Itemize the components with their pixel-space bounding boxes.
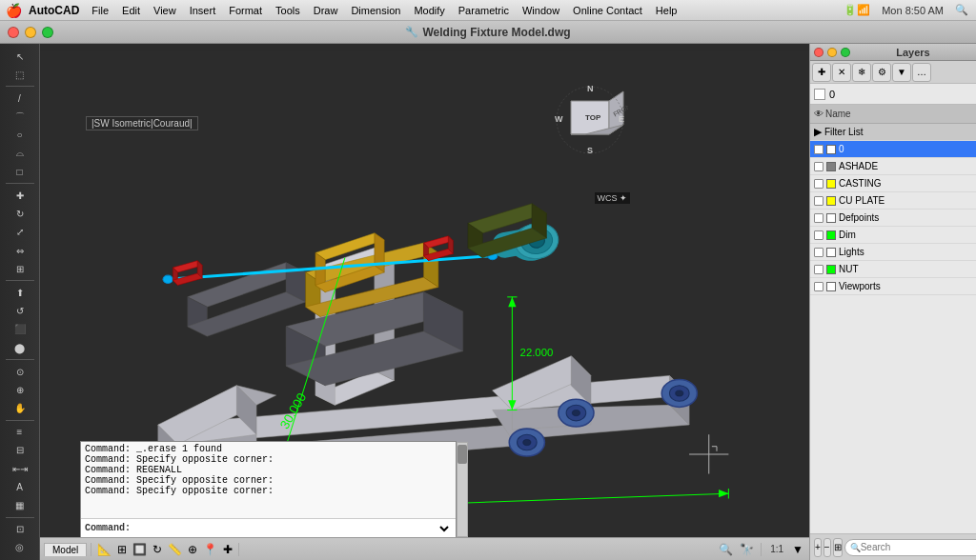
- lt-arc-tool[interactable]: ⌓: [4, 145, 36, 162]
- menu-help[interactable]: Help: [649, 3, 684, 18]
- menu-window[interactable]: Window: [516, 3, 566, 18]
- layer-casting-vis[interactable]: [814, 179, 824, 189]
- layer-nut-color[interactable]: [826, 265, 836, 274]
- lt-zoom-tool[interactable]: ⊕: [4, 381, 36, 398]
- lt-text-tool[interactable]: A: [4, 478, 36, 495]
- lt-rotate-tool[interactable]: ↻: [4, 206, 36, 223]
- spotlight-icon[interactable]: 🔍: [951, 4, 972, 16]
- lt-extrude-tool[interactable]: ⬆: [4, 284, 36, 301]
- sb-icon-8[interactable]: ✚: [221, 543, 234, 556]
- close-button[interactable]: [8, 27, 19, 38]
- command-scrollbar[interactable]: [457, 442, 468, 537]
- lt-cursor-tool[interactable]: ↖: [4, 48, 36, 65]
- menu-parametric[interactable]: Parametric: [452, 3, 516, 18]
- viewport[interactable]: |SW Isometric|Couraud|: [40, 44, 809, 560]
- model-tab[interactable]: Model: [44, 543, 87, 556]
- menu-draw[interactable]: Draw: [307, 3, 345, 18]
- lt-orbit-tool[interactable]: ⊙: [4, 363, 36, 380]
- layer-casting-color[interactable]: [826, 179, 836, 189]
- menu-dimension[interactable]: Dimension: [344, 3, 407, 18]
- layers-minimize[interactable]: [827, 48, 837, 57]
- lt-hatch-tool[interactable]: ▦: [4, 497, 36, 514]
- scrollbar-thumb[interactable]: [458, 445, 467, 464]
- layer-settings-btn[interactable]: ⚙: [872, 63, 891, 82]
- layer-row-0[interactable]: 0: [810, 141, 976, 158]
- layers-maximize[interactable]: [841, 48, 850, 57]
- layer-0-vis[interactable]: [814, 145, 824, 154]
- lt-line-tool[interactable]: /: [4, 90, 36, 107]
- command-history-dropdown[interactable]: ▼: [437, 521, 452, 536]
- sb-icon-2[interactable]: ⊞: [115, 543, 129, 556]
- layers-search[interactable]: [844, 539, 976, 556]
- layer-cuplate-color[interactable]: [826, 196, 836, 206]
- layer-row-dim[interactable]: Dim: [810, 227, 976, 244]
- menu-online-contact[interactable]: Online Contact: [566, 3, 649, 18]
- lt-properties-tool[interactable]: ⊟: [4, 442, 36, 459]
- lt-snap-tool[interactable]: ⊡: [4, 521, 36, 538]
- layers-close[interactable]: [814, 48, 824, 57]
- lt-osnap-tool[interactable]: ◎: [4, 539, 36, 556]
- layer-dim-vis[interactable]: [814, 230, 824, 240]
- lt-select-window[interactable]: ⬚: [4, 66, 36, 83]
- lt-polyline-tool[interactable]: ⌒: [4, 109, 36, 126]
- sb-zoom-out[interactable]: 🔭: [738, 543, 756, 556]
- sb-icon-7[interactable]: 📍: [201, 543, 219, 556]
- menu-modify[interactable]: Modify: [407, 3, 451, 18]
- menu-edit[interactable]: Edit: [115, 3, 147, 18]
- layer-lights-color[interactable]: [826, 248, 836, 257]
- layer-lights-vis[interactable]: [814, 248, 824, 257]
- command-input-row[interactable]: Command: ▼: [81, 518, 456, 537]
- menu-file[interactable]: File: [85, 3, 115, 18]
- lt-pan-tool[interactable]: ✋: [4, 400, 36, 417]
- lt-3dbox-tool[interactable]: ⬛: [4, 321, 36, 338]
- layer-nut-vis[interactable]: [814, 265, 824, 274]
- layer-delete-btn[interactable]: ✕: [832, 63, 851, 82]
- layer-freeze-btn[interactable]: ❄: [852, 63, 871, 82]
- minimize-button[interactable]: [25, 27, 36, 38]
- menu-format[interactable]: Format: [222, 3, 269, 18]
- lt-circle-tool[interactable]: ○: [4, 127, 36, 144]
- lt-mirror-tool[interactable]: ⇔: [4, 242, 36, 259]
- sb-icon-4[interactable]: ↻: [151, 543, 164, 556]
- layer-new-btn[interactable]: ✚: [812, 63, 831, 82]
- sb-icon-1[interactable]: 📐: [95, 543, 113, 556]
- layer-filter-btn[interactable]: ▼: [892, 63, 911, 82]
- layer-viewports-color[interactable]: [826, 282, 836, 291]
- menu-view[interactable]: View: [147, 3, 183, 18]
- sb-icon-3[interactable]: 🔲: [131, 543, 149, 556]
- layer-viewports-vis[interactable]: [814, 282, 824, 291]
- lt-move-tool[interactable]: ✚: [4, 187, 36, 204]
- maximize-button[interactable]: [42, 27, 53, 38]
- sb-zoom-in[interactable]: 🔍: [717, 543, 735, 556]
- layer-ashade-vis[interactable]: [814, 162, 824, 171]
- layer-row-ashade[interactable]: ASHADE: [810, 158, 976, 175]
- layer-more-btn[interactable]: …: [912, 63, 931, 82]
- menu-tools[interactable]: Tools: [269, 3, 307, 18]
- lt-3dsphere-tool[interactable]: ⬤: [4, 339, 36, 356]
- command-input[interactable]: [131, 523, 437, 533]
- layer-dim-color[interactable]: [826, 230, 836, 240]
- app-name[interactable]: AutoCAD: [23, 4, 85, 17]
- lt-rect-tool[interactable]: □: [4, 163, 36, 180]
- layer-defpoints-vis[interactable]: [814, 213, 824, 223]
- sb-icon-5[interactable]: 📏: [166, 543, 184, 556]
- lt-array-tool[interactable]: ⊞: [4, 260, 36, 277]
- header-name[interactable]: Name: [825, 109, 972, 119]
- lt-scale-tool[interactable]: ⤢: [4, 224, 36, 241]
- lt-revolve-tool[interactable]: ↺: [4, 303, 36, 320]
- menu-insert[interactable]: Insert: [183, 3, 223, 18]
- sb-scale-dropdown[interactable]: ▼: [790, 543, 805, 556]
- layer-row-nut[interactable]: NUT: [810, 261, 976, 278]
- layer-defpoints-color[interactable]: [826, 213, 836, 223]
- layer-row-defpoints[interactable]: Defpoints: [810, 210, 976, 227]
- layer-row-casting[interactable]: CASTING: [810, 175, 976, 192]
- layer-row-viewports[interactable]: Viewports: [810, 278, 976, 295]
- view-cube[interactable]: TOP FRON N S W E: [552, 82, 628, 158]
- layer-filter-row[interactable]: ▶ Filter List: [810, 124, 976, 141]
- layer-0-color[interactable]: [826, 145, 836, 154]
- layer-row-lights[interactable]: Lights: [810, 244, 976, 261]
- sb-icon-6[interactable]: ⊕: [186, 543, 199, 556]
- lt-layer-tool[interactable]: ≡: [4, 424, 36, 441]
- layer-add-btn[interactable]: +: [814, 538, 822, 557]
- layer-options-btn[interactable]: ⊞: [833, 538, 843, 557]
